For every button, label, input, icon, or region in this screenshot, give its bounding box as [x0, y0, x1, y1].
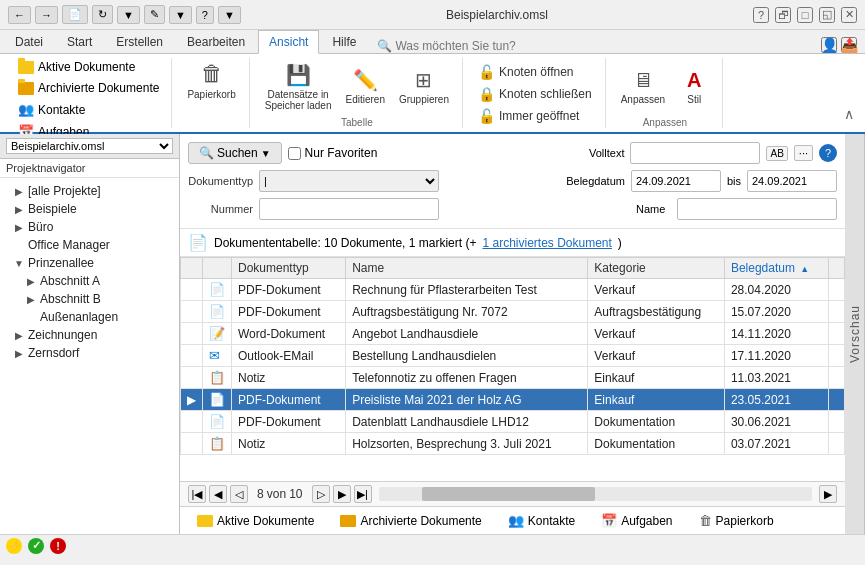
table-row[interactable]: 📝 Word-Dokument Angebot Landhausdiele Ve… — [181, 323, 845, 345]
cell-expand — [181, 301, 203, 323]
next-btn[interactable]: ▷ — [312, 485, 330, 503]
help-nav-btn[interactable]: ? — [196, 6, 214, 24]
knoten-oeffnen-btn[interactable]: 🔓 Knoten öffnen — [473, 62, 597, 82]
archivierte-dokumente-btn[interactable]: Archivierte Dokumente — [14, 79, 163, 97]
expand-beispiele: ▶ — [14, 204, 24, 215]
refresh-btn[interactable]: ↻ — [92, 5, 113, 24]
col-belegdatum[interactable]: Belegdatum ▲ — [724, 258, 828, 279]
restore-icon[interactable]: ◱ — [819, 7, 835, 23]
tree-item-prinzenallee[interactable]: ▼ Prinzenallee — [0, 254, 179, 272]
minimize-icon[interactable]: 🗗 — [775, 7, 791, 23]
prev-btn[interactable]: ◁ — [230, 485, 248, 503]
col-name[interactable]: Name — [346, 258, 588, 279]
new-btn[interactable]: 📄 — [62, 5, 88, 24]
datensaetze-icon: 💾 — [286, 63, 311, 87]
stil-btn[interactable]: A Stil — [674, 65, 714, 108]
nummer-input[interactable] — [259, 198, 439, 220]
tab-erstellen[interactable]: Erstellen — [105, 30, 174, 53]
ab-btn[interactable]: AB — [766, 146, 787, 161]
belegdatum-from-input[interactable] — [631, 170, 721, 192]
tree-item-aussenanlagen[interactable]: Außenanlagen — [0, 308, 179, 326]
archived-link[interactable]: 1 archiviertes Dokument — [482, 236, 611, 250]
aktive-dokumente-label: Aktive Dokumente — [38, 60, 135, 74]
nur-favoriten-checkbox[interactable] — [288, 147, 301, 160]
table-row[interactable]: 📄 PDF-Dokument Auftragsbestätigung Nr. 7… — [181, 301, 845, 323]
nur-favoriten-label[interactable]: Nur Favoriten — [288, 146, 378, 160]
belegdatum-to-input[interactable] — [747, 170, 837, 192]
horizontal-scrollbar[interactable] — [379, 487, 812, 501]
scroll-right-btn[interactable]: ▶ — [819, 485, 837, 503]
table-row[interactable]: 📄 PDF-Dokument Datenblatt Landhausdiele … — [181, 411, 845, 433]
back-btn[interactable]: ← — [8, 6, 31, 24]
ribbon-user-icon[interactable]: 👤 — [821, 37, 837, 53]
aktive-dokumente-btn[interactable]: Aktive Dokumente — [14, 58, 139, 76]
tree-item-zernsdorf[interactable]: ▶ Zernsdorf — [0, 344, 179, 362]
tab-bearbeiten[interactable]: Bearbeiten — [176, 30, 256, 53]
tree-item-beispiele[interactable]: ▶ Beispiele — [0, 200, 179, 218]
tree-item-abschnitt-b[interactable]: ▶ Abschnitt B — [0, 290, 179, 308]
papierkorb-btn[interactable]: 🗑 Papierkorb — [182, 58, 240, 103]
tab-start[interactable]: Start — [56, 30, 103, 53]
edit-btn[interactable]: ✎ — [144, 5, 165, 24]
tree-item-buero[interactable]: ▶ Büro — [0, 218, 179, 236]
archive-selector[interactable]: Beispielarchiv.omsl — [6, 138, 173, 154]
dots-btn[interactable]: ··· — [794, 145, 813, 161]
tree-label-abschnitt-b: Abschnitt B — [40, 292, 101, 306]
tree-item-alle-projekte[interactable]: ▶ [alle Projekte] — [0, 182, 179, 200]
table-row[interactable]: ✉ Outlook-EMail Bestellung Landhausdiele… — [181, 345, 845, 367]
volltext-input[interactable] — [630, 142, 760, 164]
last-page-btn[interactable]: ▶| — [354, 485, 372, 503]
ribbon-search-input[interactable] — [395, 39, 535, 53]
knoten-group: 🔓 Knoten öffnen 🔒 Knoten schließen 🔓 Imm… — [473, 62, 597, 126]
bottom-aufgaben-btn[interactable]: 📅 Aufgaben — [592, 510, 681, 531]
cell-name: Bestellung Landhausdielen — [346, 345, 588, 367]
datensaetze-label: Datensätze inSpeicher laden — [265, 89, 332, 111]
editieren-btn[interactable]: ✏️ Editieren — [340, 65, 389, 108]
first-page-btn[interactable]: |◀ — [188, 485, 206, 503]
cell-datum: 15.07.2020 — [724, 301, 828, 323]
bottom-kontakte-btn[interactable]: 👥 Kontakte — [499, 510, 584, 531]
dropdown2-btn[interactable]: ▼ — [169, 6, 192, 24]
anpassen-btn[interactable]: 🖥 Anpassen — [616, 65, 670, 108]
data-table[interactable]: Dokumenttyp Name Kategorie Belegdatum ▲ … — [180, 257, 845, 481]
prev-page-btn[interactable]: ◀ — [209, 485, 227, 503]
bottom-aktive-btn[interactable]: Aktive Dokumente — [188, 511, 323, 531]
kontakte-btn[interactable]: 👥 Kontakte — [14, 100, 89, 119]
cell-typ: PDF-Dokument — [232, 389, 346, 411]
forward-btn[interactable]: → — [35, 6, 58, 24]
cell-name: Angebot Landhausdiele — [346, 323, 588, 345]
immer-geoeffnet-btn[interactable]: 🔓 Immer geöffnet — [473, 106, 597, 126]
name-input[interactable] — [677, 198, 837, 220]
close-icon[interactable]: ✕ — [841, 7, 857, 23]
table-row[interactable]: 📋 Notiz Holzsorten, Besprechung 3. Juli … — [181, 433, 845, 455]
tree-item-office-manager[interactable]: Office Manager — [0, 236, 179, 254]
tab-ansicht[interactable]: Ansicht — [258, 30, 319, 54]
dropdown1-btn[interactable]: ▼ — [117, 6, 140, 24]
dropdown3-btn[interactable]: ▼ — [218, 6, 241, 24]
bottom-archivierte-btn[interactable]: Archivierte Dokumente — [331, 511, 490, 531]
table-row[interactable]: 📋 Notiz Telefonnotiz zu offenen Fragen E… — [181, 367, 845, 389]
ribbon-share-icon[interactable]: 📤 — [841, 37, 857, 53]
tab-hilfe[interactable]: Hilfe — [321, 30, 367, 53]
next-page-btn[interactable]: ▶ — [333, 485, 351, 503]
ribbon-collapse-btn[interactable]: ∧ — [839, 104, 859, 124]
help-icon[interactable]: ? — [753, 7, 769, 23]
search-button[interactable]: 🔍 Suchen ▼ — [188, 142, 282, 164]
col-kategorie[interactable]: Kategorie — [588, 258, 725, 279]
vorschau-tab[interactable]: Vorschau — [845, 134, 865, 534]
tabelle-items: 💾 Datensätze inSpeicher laden ✏️ Editier… — [260, 58, 454, 115]
datensaetze-laden-btn[interactable]: 💾 Datensätze inSpeicher laden — [260, 60, 337, 114]
dokumenttyp-select[interactable]: | — [259, 170, 439, 192]
table-row-selected[interactable]: ▶ 📄 PDF-Dokument Preisliste Mai 2021 der… — [181, 389, 845, 411]
tree-item-zeichnungen[interactable]: ▶ Zeichnungen — [0, 326, 179, 344]
maximize-icon[interactable]: □ — [797, 7, 813, 23]
cell-filler — [829, 433, 845, 455]
bottom-papierkorb-btn[interactable]: 🗑 Papierkorb — [690, 510, 783, 531]
col-dokumenttyp[interactable]: Dokumenttyp — [232, 258, 346, 279]
knoten-schliessen-btn[interactable]: 🔒 Knoten schließen — [473, 84, 597, 104]
tab-datei[interactable]: Datei — [4, 30, 54, 53]
gruppieren-btn[interactable]: ⊞ Gruppieren — [394, 65, 454, 108]
table-row[interactable]: 📄 PDF-Dokument Rechnung für Pflasterarbe… — [181, 279, 845, 301]
tree-item-abschnitt-a[interactable]: ▶ Abschnitt A — [0, 272, 179, 290]
volltext-help-btn[interactable]: ? — [819, 144, 837, 162]
